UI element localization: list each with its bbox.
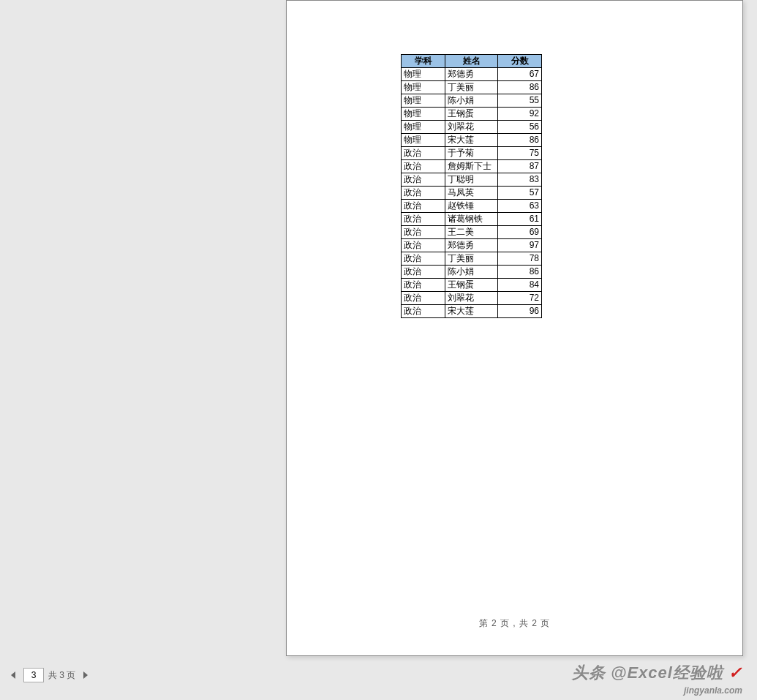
cell-name: 詹姆斯下士 xyxy=(445,160,498,173)
cell-name: 丁美丽 xyxy=(445,252,498,266)
cell-subject: 政治 xyxy=(402,187,445,200)
page-number-input[interactable] xyxy=(23,668,44,682)
cell-name: 王二美 xyxy=(445,226,498,239)
cell-score: 69 xyxy=(498,226,542,239)
cell-subject: 物理 xyxy=(402,81,445,94)
cell-subject: 物理 xyxy=(402,121,445,134)
cell-score: 75 xyxy=(498,147,542,160)
cell-subject: 政治 xyxy=(402,305,445,318)
cell-subject: 政治 xyxy=(402,173,445,187)
cell-score: 86 xyxy=(498,266,542,279)
table-row: 物理丁美丽86 xyxy=(402,81,542,94)
cell-score: 97 xyxy=(498,239,542,252)
cell-subject: 政治 xyxy=(402,213,445,226)
cell-name: 于予菊 xyxy=(445,147,498,160)
table-row: 物理刘翠花56 xyxy=(402,121,542,134)
table-row: 物理郑德勇67 xyxy=(402,68,542,81)
table-row: 政治于予菊75 xyxy=(402,147,542,160)
table-row: 政治宋大莲96 xyxy=(402,305,542,318)
table-row: 政治丁聪明83 xyxy=(402,173,542,187)
cell-score: 87 xyxy=(498,160,542,173)
cell-name: 陈小娟 xyxy=(445,266,498,279)
next-page-button[interactable] xyxy=(80,670,90,680)
cell-score: 55 xyxy=(498,94,542,108)
watermark-text: 头条 @Excel经验啦 xyxy=(572,663,723,682)
page-footer-text: 第 2 页 , 共 2 页 xyxy=(287,617,742,630)
page-total-label: 共 3 页 xyxy=(48,669,75,682)
cell-score: 92 xyxy=(498,108,542,121)
cell-score: 56 xyxy=(498,121,542,134)
cell-subject: 政治 xyxy=(402,239,445,252)
cell-name: 刘翠花 xyxy=(445,292,498,305)
watermark-sub: jingyanla.com xyxy=(684,685,742,696)
cell-score: 78 xyxy=(498,252,542,266)
cell-subject: 物理 xyxy=(402,68,445,81)
table-row: 物理陈小娟55 xyxy=(402,94,542,108)
page-nav: 共 3 页 xyxy=(9,668,90,682)
cell-score: 86 xyxy=(498,134,542,147)
cell-subject: 政治 xyxy=(402,292,445,305)
table-row: 政治郑德勇97 xyxy=(402,239,542,252)
cell-name: 丁聪明 xyxy=(445,173,498,187)
header-subject: 学科 xyxy=(402,55,445,68)
cell-name: 宋大莲 xyxy=(445,134,498,147)
table-header-row: 学科 姓名 分数 xyxy=(402,55,542,68)
table-row: 政治丁美丽78 xyxy=(402,252,542,266)
cell-name: 王钢蛋 xyxy=(445,279,498,292)
table-row: 政治王二美69 xyxy=(402,226,542,239)
cell-score: 63 xyxy=(498,200,542,213)
cell-name: 赵铁锤 xyxy=(445,200,498,213)
cell-name: 马凤英 xyxy=(445,187,498,200)
cell-subject: 政治 xyxy=(402,226,445,239)
cell-subject: 政治 xyxy=(402,279,445,292)
cell-score: 72 xyxy=(498,292,542,305)
print-page: 学科 姓名 分数 物理郑德勇67物理丁美丽86物理陈小娟55物理王钢蛋92物理刘… xyxy=(286,0,743,656)
cell-subject: 政治 xyxy=(402,252,445,266)
cell-name: 郑德勇 xyxy=(445,239,498,252)
cell-name: 宋大莲 xyxy=(445,305,498,318)
table-row: 政治陈小娟86 xyxy=(402,266,542,279)
cell-score: 96 xyxy=(498,305,542,318)
cell-name: 刘翠花 xyxy=(445,121,498,134)
data-table: 学科 姓名 分数 物理郑德勇67物理丁美丽86物理陈小娟55物理王钢蛋92物理刘… xyxy=(401,54,542,318)
header-name: 姓名 xyxy=(445,55,498,68)
cell-subject: 政治 xyxy=(402,266,445,279)
table-row: 物理王钢蛋92 xyxy=(402,108,542,121)
cell-name: 诸葛钢铁 xyxy=(445,213,498,226)
table-row: 政治诸葛钢铁61 xyxy=(402,213,542,226)
cell-subject: 物理 xyxy=(402,94,445,108)
cell-score: 67 xyxy=(498,68,542,81)
table-row: 政治王钢蛋84 xyxy=(402,279,542,292)
cell-score: 84 xyxy=(498,279,542,292)
cell-score: 83 xyxy=(498,173,542,187)
cell-subject: 物理 xyxy=(402,134,445,147)
cell-score: 61 xyxy=(498,213,542,226)
table-row: 物理宋大莲86 xyxy=(402,134,542,147)
table-row: 政治马凤英57 xyxy=(402,187,542,200)
prev-page-button[interactable] xyxy=(9,670,19,680)
watermark: 头条 @Excel经验啦 ✓ xyxy=(572,662,742,684)
cell-score: 57 xyxy=(498,187,542,200)
table-row: 政治刘翠花72 xyxy=(402,292,542,305)
cell-subject: 政治 xyxy=(402,200,445,213)
cell-name: 王钢蛋 xyxy=(445,108,498,121)
cell-subject: 物理 xyxy=(402,108,445,121)
cell-name: 丁美丽 xyxy=(445,81,498,94)
watermark-check-icon: ✓ xyxy=(728,663,742,682)
cell-score: 86 xyxy=(498,81,542,94)
cell-subject: 政治 xyxy=(402,147,445,160)
cell-subject: 政治 xyxy=(402,160,445,173)
table-row: 政治詹姆斯下士87 xyxy=(402,160,542,173)
cell-name: 郑德勇 xyxy=(445,68,498,81)
cell-name: 陈小娟 xyxy=(445,94,498,108)
table-row: 政治赵铁锤63 xyxy=(402,200,542,213)
header-score: 分数 xyxy=(498,55,542,68)
